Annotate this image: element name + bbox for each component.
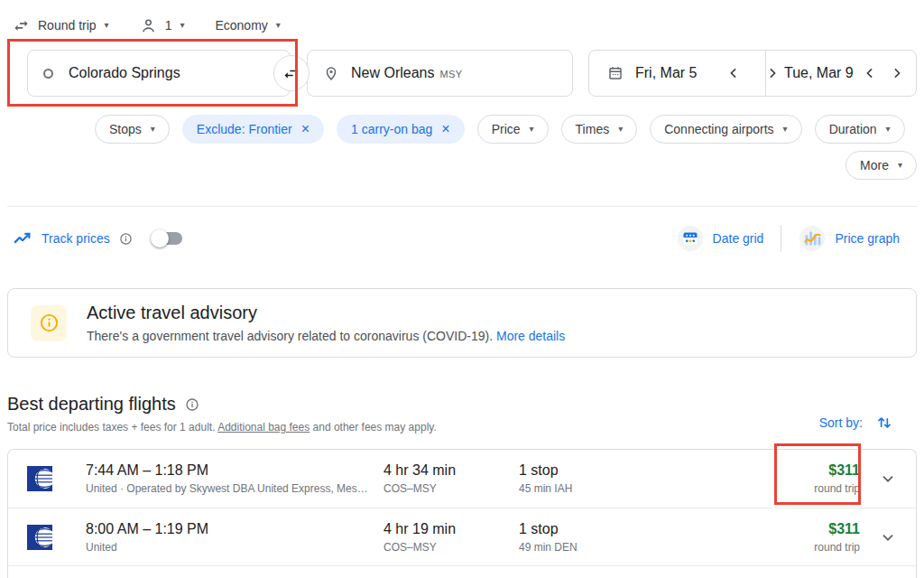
cabin-class-selector[interactable]: Economy ▾	[215, 18, 280, 33]
flight-times: 8:00 AM – 1:19 PM	[86, 521, 383, 537]
passenger-icon	[140, 17, 157, 34]
results-title: Best departing flights	[7, 394, 176, 415]
departure-date-value: Fri, Mar 5	[635, 65, 697, 81]
advisory-text: There's a government travel advisory rel…	[87, 329, 565, 343]
advisory-content: Active travel advisory There's a governm…	[87, 303, 565, 343]
flight-stop-detail: 49 min DEN	[519, 541, 761, 554]
track-prices-label: Track prices	[42, 231, 110, 246]
close-icon[interactable]: ×	[301, 122, 310, 136]
flight-duration-cell: 4 hr 34 min COS–MSY	[383, 462, 519, 495]
passenger-selector[interactable]: 1 ▾	[140, 17, 185, 34]
sort-by-label: Sort by:	[819, 415, 863, 430]
flight-duration-cell: 4 hr 19 min COS–MSY	[383, 521, 519, 554]
passenger-count: 1	[165, 18, 172, 33]
flight-row-partial[interactable]	[8, 565, 916, 578]
results-heading-block: Best departing flights Total price inclu…	[7, 394, 437, 434]
departure-date-input[interactable]: Fri, Mar 5	[589, 51, 766, 96]
destination-input[interactable]: New OrleansMSY	[307, 50, 573, 97]
destination-value: New OrleansMSY	[351, 65, 463, 81]
results-section-header: Best departing flights Total price inclu…	[7, 394, 917, 434]
price-qualifier: round trip	[761, 541, 860, 554]
destination-airport-code: MSY	[439, 69, 462, 79]
united-logo	[27, 466, 52, 491]
expand-flight-button[interactable]	[860, 469, 916, 489]
trip-type-label: Round trip	[38, 18, 97, 33]
flight-stops: 1 stop	[519, 521, 761, 537]
flight-carrier: United · Operated by Skywest DBA United …	[86, 482, 373, 495]
price-graph-icon	[799, 225, 826, 252]
close-icon[interactable]: ×	[441, 122, 449, 136]
flight-price: $311	[761, 521, 860, 537]
expand-flight-button[interactable]	[860, 527, 916, 547]
flight-row-1[interactable]: 7:44 AM – 1:18 PM United · Operated by S…	[8, 450, 916, 508]
flight-times-cell: 8:00 AM – 1:19 PM United	[86, 521, 383, 554]
chevron-down-icon: ▾	[898, 161, 902, 170]
airline-logo-cell	[8, 525, 86, 550]
view-tools: Date grid Price graph	[660, 225, 917, 252]
travel-advisory-card: Active travel advisory There's a governm…	[7, 288, 917, 358]
chevron-down-icon: ▾	[618, 125, 623, 134]
info-icon[interactable]	[119, 232, 133, 246]
airline-logo-cell	[8, 466, 86, 491]
info-icon[interactable]	[185, 397, 199, 412]
chevron-down-icon: ▾	[276, 21, 281, 30]
flight-price-cell: $311 round trip	[761, 521, 860, 554]
date-grid-icon	[677, 225, 704, 252]
flight-times-cell: 7:44 AM – 1:18 PM United · Operated by S…	[86, 462, 383, 495]
filter-chips-row-2: More ▾	[0, 151, 917, 180]
chevron-down-icon: ▾	[530, 125, 534, 134]
chevron-down-icon: ▾	[886, 125, 891, 134]
return-date-prev-button[interactable]	[856, 60, 883, 87]
track-prices-control: Track prices	[13, 228, 184, 248]
tools-row: Track prices Date grid Price graph	[7, 207, 917, 270]
return-date-next-button[interactable]	[883, 60, 910, 87]
filter-chip-duration[interactable]: Duration ▾	[815, 115, 905, 144]
flight-price: $311	[761, 462, 860, 479]
date-grid-button[interactable]: Date grid	[660, 225, 781, 252]
flight-duration: 4 hr 34 min	[383, 462, 519, 479]
date-grid-label: Date grid	[713, 231, 764, 246]
departure-date-prev-button[interactable]	[720, 60, 747, 87]
chevron-down-icon: ▾	[783, 125, 788, 134]
advisory-title: Active travel advisory	[87, 303, 565, 323]
round-trip-icon	[13, 17, 30, 34]
swap-locations-button[interactable]	[273, 55, 310, 91]
origin-circle-icon	[43, 69, 53, 79]
chevron-right-icon	[888, 64, 906, 82]
chevron-down-icon: ▾	[180, 21, 184, 30]
price-qualifier: round trip	[761, 482, 860, 495]
flight-options-bar: Round trip ▾ 1 ▾ Economy ▾	[13, 14, 924, 36]
flight-stops-cell: 1 stop 45 min IAH	[519, 462, 761, 495]
flight-carrier: United	[86, 541, 373, 554]
chevron-left-icon	[861, 64, 879, 82]
chevron-down-icon: ▾	[105, 21, 109, 30]
filter-chip-exclude-frontier[interactable]: Exclude: Frontier ×	[182, 115, 324, 144]
filter-chip-times[interactable]: Times ▾	[561, 115, 638, 144]
track-prices-toggle[interactable]	[151, 229, 184, 247]
flight-stop-detail: 45 min IAH	[519, 482, 761, 495]
flight-stops: 1 stop	[519, 462, 761, 479]
results-disclaimer: Total price includes taxes + fees for 1 …	[7, 421, 437, 434]
more-details-link[interactable]: More details	[496, 329, 565, 343]
sort-arrows-icon	[875, 414, 893, 432]
trip-type-selector[interactable]: Round trip ▾	[13, 17, 109, 34]
return-date-input[interactable]: Tue, Mar 9	[766, 51, 916, 96]
flight-stops-cell: 1 stop 49 min DEN	[519, 521, 761, 554]
filter-chip-connecting-airports[interactable]: Connecting airports ▾	[650, 115, 801, 144]
cabin-class-label: Economy	[215, 18, 267, 33]
additional-bag-fees-link[interactable]: Additional bag fees	[217, 421, 310, 434]
chevron-down-icon	[878, 469, 898, 489]
swap-arrows-icon	[282, 64, 300, 82]
price-graph-button[interactable]: Price graph	[781, 225, 917, 252]
sort-by-control[interactable]: Sort by:	[819, 414, 917, 432]
origin-input[interactable]: Colorado Springs	[27, 50, 291, 97]
filter-chip-more[interactable]: More ▾	[845, 151, 917, 180]
filter-chip-carry-on-bag[interactable]: 1 carry-on bag ×	[337, 115, 465, 144]
flight-row-2[interactable]: 8:00 AM – 1:19 PM United 4 hr 19 min COS…	[8, 508, 916, 565]
filter-chip-stops[interactable]: Stops ▾	[95, 115, 170, 144]
flight-route: COS–MSY	[383, 541, 519, 554]
price-graph-label: Price graph	[835, 231, 900, 246]
filter-chip-price[interactable]: Price ▾	[477, 115, 549, 144]
return-date-value: Tue, Mar 9	[784, 65, 854, 81]
filter-chips-row: Stops ▾ Exclude: Frontier × 1 carry-on b…	[0, 115, 917, 144]
